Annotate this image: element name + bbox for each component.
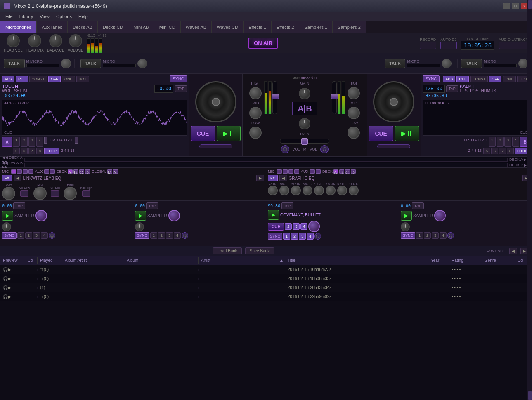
deck-a-hot-btn[interactable]: HOT — [76, 76, 89, 82]
sampler-4-btn-4[interactable]: 4 — [440, 232, 447, 239]
deck-a-hot-cue-7[interactable]: 7 — [28, 148, 35, 154]
eq-knob-5khz[interactable] — [337, 186, 347, 195]
deck-a-tap-btn[interactable]: TAP — [175, 85, 187, 92]
sampler-2-tap[interactable]: TAP — [146, 202, 158, 209]
menu-file[interactable]: File — [2, 13, 16, 20]
sampler-3-tap[interactable]: TAP — [281, 202, 293, 209]
eq-high-knob-left[interactable] — [64, 187, 77, 200]
sampler-1-vol-knob[interactable] — [2, 222, 11, 231]
head-mix-knob[interactable] — [28, 34, 41, 47]
mixer-mid-knob-left[interactable] — [249, 107, 262, 119]
deck-a-nav-prev[interactable] — [44, 137, 47, 144]
kill-low-button[interactable] — [20, 190, 28, 197]
deck-a-hot-cue-5[interactable]: 5 — [13, 148, 20, 154]
mic-3-fader[interactable] — [407, 64, 440, 67]
sampler-2-play[interactable]: ▶ — [135, 211, 146, 221]
col-sort[interactable]: ▲ — [277, 257, 285, 264]
global-n-led[interactable]: N — [113, 169, 118, 174]
mixer-high-knob-right[interactable] — [348, 87, 360, 99]
mixer-high-knob-left[interactable] — [249, 87, 262, 99]
record-display[interactable] — [420, 42, 436, 49]
table-row[interactable]: 🎧▶ □ (0) 2016-02-16 16h46m23s • • • • — [0, 265, 532, 274]
menu-view[interactable]: View — [36, 13, 53, 20]
mixer-mid-knob-right[interactable] — [348, 107, 360, 119]
scroll-waveform-a[interactable] — [24, 158, 508, 162]
head-vol-knob[interactable] — [7, 34, 20, 47]
sampler-3-hot-2[interactable]: 2 — [285, 223, 292, 230]
col-title[interactable]: Title — [285, 257, 428, 264]
deck-b-hot-cue-1[interactable]: 1 — [489, 137, 496, 147]
sampler-2-knob[interactable] — [168, 210, 180, 221]
deck-led-c[interactable]: C — [79, 169, 84, 174]
deck-a-const-btn[interactable]: CONST — [29, 76, 47, 82]
sampler-2-btn-3[interactable]: 3 — [166, 232, 173, 239]
pfl-right[interactable]: 🎧 — [320, 145, 329, 153]
sampler-4-btn-2[interactable]: 2 — [424, 232, 431, 239]
sampler-3-play[interactable]: ▶ — [268, 210, 279, 220]
aux-led-2[interactable] — [50, 169, 55, 174]
deck-a-abs-btn[interactable]: ABS — [2, 76, 14, 82]
talk-button-4[interactable]: TALK — [461, 59, 482, 68]
deck-a-hot-cue-2[interactable]: 2 — [21, 137, 28, 147]
table-row[interactable]: 🎧▶ □ (0) 2016-02-16 18h06m33s • • • • — [0, 274, 532, 283]
mic-2-knob[interactable] — [137, 59, 147, 68]
save-bank-button[interactable]: Save Bank — [245, 247, 274, 254]
mic-3-knob[interactable] — [442, 59, 452, 68]
sampler-4-btn-1[interactable]: 1 — [416, 232, 423, 239]
deck-b-hot-cue-3[interactable]: 3 — [504, 137, 511, 147]
tab-effects-1[interactable]: Effects 1 — [244, 21, 272, 33]
sampler-4-pfl[interactable]: 🎧 — [447, 232, 454, 239]
deck-a-cue-button[interactable]: CUE — [191, 126, 215, 141]
deck-r-led-b[interactable]: B — [339, 169, 344, 174]
eq-low-knob-left[interactable] — [2, 187, 15, 200]
eq-knob-2khz[interactable] — [326, 186, 336, 195]
eq-knob-45hz[interactable] — [268, 186, 278, 195]
sampler-2-btn-4[interactable]: 4 — [174, 232, 181, 239]
mic-r-led-3[interactable] — [288, 169, 293, 174]
deck-a-sync-btn[interactable]: SYNC — [170, 75, 187, 82]
volume-knob[interactable] — [69, 34, 82, 47]
eq-knob-500hz[interactable] — [303, 186, 312, 195]
fx-next-btn-left[interactable]: ▶ — [256, 175, 264, 181]
mixer-low-knob-left[interactable] — [249, 127, 262, 139]
mic-4-fader[interactable] — [484, 64, 517, 67]
sampler-1-btn-4[interactable]: 4 — [41, 232, 48, 239]
tab-decks-cd[interactable]: Decks CD — [98, 21, 129, 33]
auto-dj-display[interactable] — [440, 42, 457, 49]
tab-samplers-1[interactable]: Samplers 1 — [299, 21, 333, 33]
sampler-3-cue[interactable]: CUE — [268, 223, 284, 231]
fx-btn-left[interactable]: FX — [2, 175, 12, 181]
scrollbar-down[interactable] — [528, 391, 532, 400]
talk-button-2[interactable]: TALK — [80, 59, 102, 68]
sampler-2-btn-1[interactable]: 1 — [150, 232, 157, 239]
tab-mini-ab[interactable]: Mini AB — [128, 21, 154, 33]
fx-prev-btn-right[interactable]: ◀ — [279, 175, 287, 181]
deck-led-d[interactable]: D — [85, 169, 90, 174]
mic-led-3[interactable] — [23, 169, 28, 174]
balance-knob[interactable] — [49, 34, 62, 47]
tab-mini-cd[interactable]: Mini CD — [154, 21, 181, 33]
mixer-low-knob-right[interactable] — [348, 127, 360, 139]
mic-2-fader[interactable] — [103, 64, 136, 67]
deck-a-one-btn[interactable]: ONE — [62, 76, 75, 82]
col-album-artist[interactable]: Album Artist — [62, 257, 124, 264]
tab-effects-2[interactable]: Effects 2 — [272, 21, 300, 33]
sampler-1-pfl[interactable]: 🎧 — [49, 232, 55, 239]
sampler-3-sync[interactable]: SYNC — [268, 233, 282, 240]
deck-b-one-btn[interactable]: ONE — [503, 76, 516, 82]
aux-led-1[interactable] — [44, 169, 49, 174]
deck-a-hot-cue-1[interactable]: 1 — [13, 137, 20, 147]
deck-a-nav-next[interactable] — [75, 137, 78, 144]
sampler-3-btn-4[interactable]: 4 — [307, 233, 314, 240]
maximize-button[interactable]: □ — [512, 3, 519, 9]
sampler-1-knob[interactable] — [35, 210, 47, 221]
deck-a-rel-btn[interactable]: REL — [16, 76, 28, 82]
col-played[interactable]: Played — [38, 257, 62, 264]
mic-r-led-2[interactable] — [283, 169, 288, 174]
mic-led-2[interactable] — [17, 169, 22, 174]
fx-btn-right[interactable]: FX — [268, 175, 278, 181]
deck-b-cue-button[interactable]: CUE — [369, 126, 393, 141]
sampler-4-play[interactable]: ▶ — [401, 211, 412, 221]
col-rating[interactable]: Rating — [449, 257, 482, 264]
tab-auxiliaries[interactable]: Auxiliaries — [37, 21, 68, 33]
